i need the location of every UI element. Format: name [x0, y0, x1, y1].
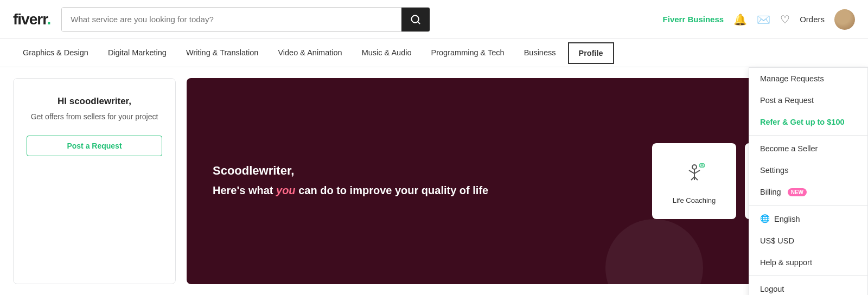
hero-desc-part2: can do to improve your quality of life — [296, 184, 489, 196]
hero-username: Scoodlewriter, — [213, 164, 635, 178]
dropdown-become-seller[interactable]: Become a Seller — [749, 138, 867, 159]
nav-item-music-audio[interactable]: Music & Audio — [352, 39, 422, 67]
dropdown-manage-requests[interactable]: Manage Requests — [749, 68, 867, 89]
svg-point-7 — [692, 165, 697, 169]
svg-line-4 — [694, 170, 700, 174]
greeting-text: HI scoodlewriter, — [58, 96, 131, 107]
nav-item-business[interactable]: Business — [514, 39, 566, 67]
search-button[interactable] — [401, 8, 430, 31]
nav-item-writing-translation[interactable]: Writing & Translation — [176, 39, 269, 67]
hero-desc-you: you — [276, 184, 296, 196]
nav-item-profile[interactable]: Profile — [568, 42, 614, 64]
search-bar — [61, 7, 430, 32]
nav-item-programming-tech[interactable]: Programming & Tech — [422, 39, 514, 67]
fiverr-business-link[interactable]: Fiverr Business — [663, 15, 724, 24]
divider-2 — [749, 205, 867, 206]
divider-3 — [749, 275, 867, 276]
orders-link[interactable]: Orders — [800, 15, 825, 24]
main-nav: Graphics & Design Digital Marketing Writ… — [0, 39, 868, 67]
globe-icon: 🌐 — [760, 214, 770, 223]
dropdown-refer[interactable]: Refer & Get up to $100 — [749, 111, 867, 133]
hero-desc-part1: Here's what — [213, 184, 276, 196]
avatar[interactable] — [834, 9, 855, 30]
logo-dot: . — [47, 11, 51, 28]
main-content: HI scoodlewriter, Get offers from seller… — [0, 67, 868, 295]
post-request-button[interactable]: Post a Request — [27, 136, 162, 156]
dropdown-billing[interactable]: Billing NEW — [749, 181, 867, 203]
hero-decoration — [605, 219, 703, 284]
search-icon — [410, 14, 421, 25]
hero-card-life-coaching[interactable]: Life Coaching — [652, 143, 736, 219]
welcome-card: HI scoodlewriter, Get offers from seller… — [13, 78, 176, 284]
logo-text: fiverr — [13, 11, 47, 28]
greeting-subtitle: Get offers from sellers for your project — [31, 111, 158, 123]
hero-description: Here's what you can do to improve your q… — [213, 182, 635, 198]
divider-1 — [749, 135, 867, 136]
fiverr-logo[interactable]: fiverr. — [13, 11, 50, 28]
notifications-icon[interactable]: 🔔 — [733, 13, 747, 26]
avatar-image — [834, 9, 855, 30]
dropdown-english[interactable]: 🌐 English — [749, 208, 867, 230]
nav-item-digital-marketing[interactable]: Digital Marketing — [98, 39, 176, 67]
billing-label: Billing — [760, 188, 781, 196]
hero-text-block: Scoodlewriter, Here's what you can do to… — [213, 164, 635, 198]
profile-dropdown: Manage Requests Post a Request Refer & G… — [749, 67, 868, 295]
nav-item-video-animation[interactable]: Video & Animation — [268, 39, 352, 67]
life-coaching-label: Life Coaching — [673, 196, 716, 204]
svg-line-3 — [689, 170, 694, 174]
new-badge: NEW — [788, 188, 807, 196]
favorites-icon[interactable]: ♡ — [780, 13, 790, 26]
dropdown-help[interactable]: Help & support — [749, 252, 867, 273]
nav-item-graphics-design[interactable]: Graphics & Design — [13, 39, 98, 67]
messages-icon[interactable]: ✉️ — [757, 13, 770, 26]
svg-line-1 — [418, 21, 420, 23]
language-label: English — [774, 215, 800, 223]
life-coaching-icon — [680, 158, 709, 190]
dropdown-post-request[interactable]: Post a Request — [749, 89, 867, 111]
dropdown-settings[interactable]: Settings — [749, 159, 867, 181]
dropdown-currency[interactable]: US$ USD — [749, 230, 867, 252]
header: fiverr. Fiverr Business 🔔 ✉️ ♡ Orders — [0, 0, 868, 39]
search-input[interactable] — [62, 8, 401, 31]
dropdown-logout[interactable]: Logout — [749, 278, 867, 295]
header-actions: Fiverr Business 🔔 ✉️ ♡ Orders — [650, 9, 855, 30]
